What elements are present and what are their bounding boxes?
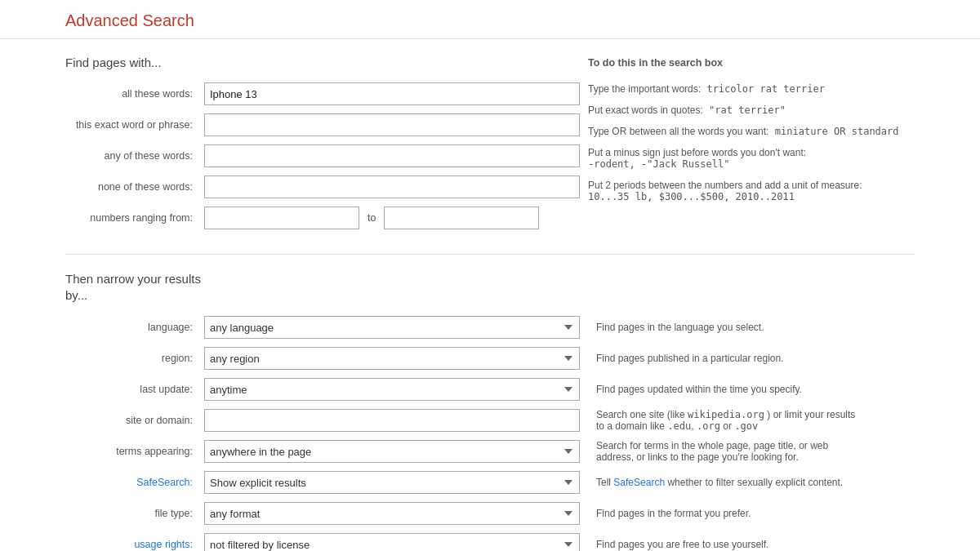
exact-phrase-input[interactable] [204,113,580,136]
safesearch-select-wrap: Show explicit results Filter explicit re… [204,471,580,494]
find-pages-right: To do this in the search box Type the im… [588,56,915,238]
region-select[interactable]: any region United States United Kingdom … [204,347,580,370]
language-select[interactable]: any language Arabic Chinese (Simplified)… [204,316,580,339]
none-words-input[interactable] [204,176,580,198]
any-words-row: any of these words: [65,144,588,167]
any-words-input-wrap [204,144,580,167]
safesearch-hint: Tell SafeSearch whether to filter sexual… [596,477,866,488]
all-words-input[interactable] [204,82,580,105]
usage-rights-link[interactable]: usage rights: [134,539,193,550]
last-update-select[interactable]: anytime past 24 hours past week past mon… [204,378,580,401]
safesearch-row: SafeSearch: Show explicit results Filter… [65,471,915,494]
numbers-to-label: to [359,212,384,224]
terms-appearing-row: terms appearing: anywhere in the page in… [65,440,915,463]
usage-rights-select-wrap: not filtered by license free to use or s… [204,533,580,551]
site-domain-hint: Search one site (like wikipedia.org ) or… [596,409,866,432]
language-select-wrap: any language Arabic Chinese (Simplified)… [204,316,580,339]
usage-rights-row: usage rights: not filtered by license fr… [65,533,915,551]
language-row: language: any language Arabic Chinese (S… [65,316,915,339]
region-row: region: any region United States United … [65,347,915,370]
safesearch-link[interactable]: SafeSearch: [136,477,193,488]
site-domain-input-wrap [204,409,580,432]
last-update-label: last update: [65,384,204,395]
hint-all-words: Type the important words: tricolor rat t… [588,83,915,95]
terms-appearing-select[interactable]: anywhere in the page in the title of the… [204,440,580,463]
last-update-hint: Find pages updated within the time you s… [596,384,866,395]
all-words-input-wrap [204,82,580,105]
org-code: .org [697,420,720,432]
terms-appearing-hint: Search for terms in the whole page, page… [596,440,866,463]
site-domain-row: site or domain: Search one site (like wi… [65,409,915,432]
page-header: Advanced Search [0,0,980,39]
main-content: Find pages with... all these words: this… [0,39,980,551]
usage-rights-select[interactable]: not filtered by license free to use or s… [204,533,580,551]
site-domain-label: site or domain: [65,415,204,426]
hint-any-words: Type OR between all the words you want: … [588,126,915,137]
region-select-wrap: any region United States United Kingdom … [204,347,580,370]
file-type-select[interactable]: any format Adobe Acrobat PDF (.pdf) Micr… [204,502,580,525]
file-type-row: file type: any format Adobe Acrobat PDF … [65,502,915,525]
usage-rights-hint: Find pages you are free to use yourself. [596,539,866,550]
hint-numbers: Put 2 periods between the numbers and ad… [588,180,915,202]
hint-exact-phrase: Put exact words in quotes: "rat terrier" [588,104,915,116]
usage-rights-label: usage rights: [65,539,204,550]
all-words-row: all these words: [65,82,588,105]
none-words-label: none of these words: [65,181,204,193]
find-pages-section: Find pages with... all these words: this… [65,56,915,238]
gov-code: .gov [734,420,758,432]
numbers-to-input[interactable] [384,207,539,229]
page-title: Advanced Search [65,11,915,30]
region-hint: Find pages published in a particular reg… [596,353,866,364]
narrow-section: Then narrow your resultsby... language: … [65,271,915,551]
numbers-inputs: to [204,207,539,229]
none-words-input-wrap [204,176,580,198]
last-update-select-wrap: anytime past 24 hours past week past mon… [204,378,580,401]
safesearch-label: SafeSearch: [65,477,204,488]
edu-code: .edu [667,420,691,432]
file-type-hint: Find pages in the format you prefer. [596,508,866,519]
terms-appearing-select-wrap: anywhere in the page in the title of the… [204,440,580,463]
safesearch-select[interactable]: Show explicit results Filter explicit re… [204,471,580,494]
any-words-input[interactable] [204,144,580,167]
file-type-select-wrap: any format Adobe Acrobat PDF (.pdf) Micr… [204,502,580,525]
language-hint: Find pages in the language you select. [596,322,866,333]
narrow-title: Then narrow your resultsby... [65,271,915,303]
safesearch-hint-link[interactable]: SafeSearch [613,477,665,488]
any-words-label: any of these words: [65,150,204,162]
exact-phrase-label: this exact word or phrase: [65,119,204,131]
region-label: region: [65,353,204,364]
all-words-label: all these words: [65,88,204,100]
hint-none-words: Put a minus sign just before words you d… [588,147,915,170]
exact-phrase-input-wrap [204,113,580,136]
numbers-label: numbers ranging from: [65,212,204,224]
find-pages-title: Find pages with... [65,56,588,69]
numbers-row: numbers ranging from: to [65,207,588,229]
to-do-header: To do this in the search box [588,57,915,69]
last-update-row: last update: anytime past 24 hours past … [65,378,915,401]
site-domain-input[interactable] [204,409,580,432]
divider [65,254,915,255]
wiki-code: wikipedia.org [688,409,764,420]
language-label: language: [65,322,204,333]
find-pages-left: Find pages with... all these words: this… [65,56,588,238]
exact-phrase-row: this exact word or phrase: [65,113,588,136]
none-words-row: none of these words: [65,176,588,198]
numbers-from-input[interactable] [204,207,359,229]
terms-appearing-label: terms appearing: [65,446,204,457]
file-type-label: file type: [65,508,204,519]
